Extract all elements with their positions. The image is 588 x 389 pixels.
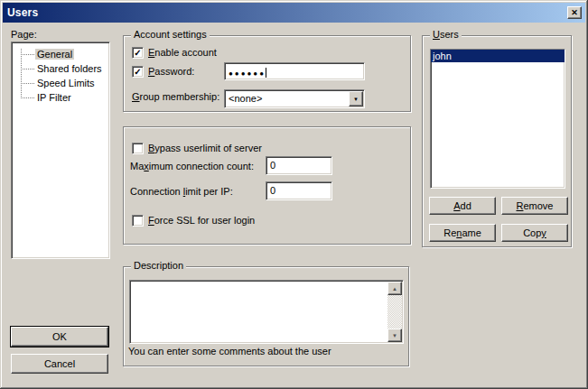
tree-item-label: Shared folders <box>35 63 104 74</box>
vertical-scrollbar[interactable]: ▲ ▼ <box>387 282 402 342</box>
text-caret <box>266 68 266 78</box>
account-settings-group-label: Account settings <box>131 29 210 40</box>
add-user-button[interactable]: Add <box>429 197 496 215</box>
tree-item-label: Speed Limits <box>35 78 97 88</box>
password-checkbox[interactable]: ✓ <box>132 66 144 78</box>
description-textarea[interactable]: ▲ ▼ <box>129 280 404 344</box>
description-hint: You can enter some comments about the us… <box>128 346 331 357</box>
users-dialog: Users ✕ Page: General Shared folders Spe… <box>0 0 588 389</box>
group-membership-select[interactable]: <none> ▼ <box>224 89 365 108</box>
remove-user-button[interactable]: Remove <box>501 197 568 215</box>
copy-user-button[interactable]: Copy <box>501 224 568 242</box>
description-group-label: Description <box>131 260 186 271</box>
scroll-up-icon[interactable]: ▲ <box>387 282 402 295</box>
tree-item-shared-folders[interactable]: Shared folders <box>12 61 109 76</box>
users-group: Users john Add Remove Rename Copy <box>422 35 572 247</box>
close-icon[interactable]: ✕ <box>567 6 582 19</box>
max-connections-label: Maximum connection count: <box>130 161 254 171</box>
scroll-down-icon[interactable]: ▼ <box>387 329 402 342</box>
page-label: Page: <box>11 29 37 40</box>
enable-account-label: Enable account <box>148 47 217 58</box>
password-label: Password: <box>148 66 194 77</box>
force-ssl-label: Force SSL for user login <box>148 215 255 226</box>
bypass-userlimit-checkbox[interactable] <box>132 143 144 154</box>
ok-button[interactable]: OK <box>11 327 108 347</box>
password-input[interactable]: ●●●●●● <box>224 62 365 80</box>
max-connections-input[interactable]: 0 <box>266 156 332 175</box>
window-title: Users <box>7 6 38 19</box>
group-membership-label: Group membership: <box>132 91 219 102</box>
per-ip-limit-label: Connection limit per IP: <box>130 186 233 197</box>
rename-user-button[interactable]: Rename <box>429 224 496 242</box>
group-membership-value: <none> <box>229 93 262 104</box>
user-list-item[interactable]: john <box>431 50 565 62</box>
bypass-userlimit-label: Bypass userlimit of server <box>148 143 262 153</box>
users-group-label: Users <box>430 29 462 40</box>
enable-account-checkbox[interactable]: ✓ <box>132 47 144 59</box>
users-listbox[interactable]: john <box>430 49 565 189</box>
force-ssl-checkbox[interactable] <box>132 215 144 227</box>
page-tree[interactable]: General Shared folders Speed Limits IP F… <box>11 42 110 259</box>
tree-item-speed-limits[interactable]: Speed Limits <box>12 76 109 90</box>
tree-item-general[interactable]: General <box>12 47 109 61</box>
tree-item-label: IP Filter <box>35 92 73 103</box>
cancel-button[interactable]: Cancel <box>11 354 108 374</box>
chevron-down-icon[interactable]: ▼ <box>349 91 363 107</box>
description-group: Description ▲ ▼ You can enter some comme… <box>123 266 409 366</box>
limits-group: Bypass userlimit of server Maximum conne… <box>123 126 411 245</box>
titlebar[interactable]: Users ✕ <box>3 3 585 23</box>
per-ip-limit-input[interactable]: 0 <box>266 181 332 200</box>
tree-item-ip-filter[interactable]: IP Filter <box>12 90 109 105</box>
tree-item-label: General <box>35 49 74 60</box>
account-settings-group: Account settings ✓ Enable account ✓ Pass… <box>123 35 411 112</box>
